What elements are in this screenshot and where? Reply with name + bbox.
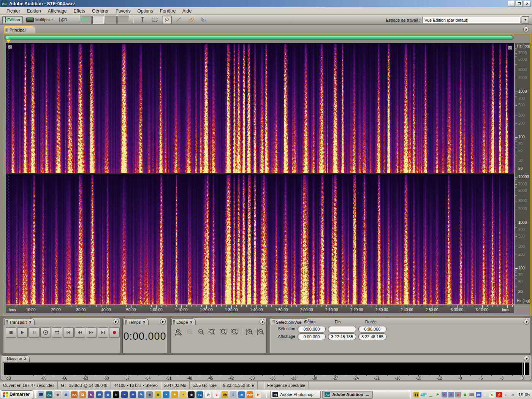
tray-icon-mouse[interactable]: ◗ xyxy=(503,392,509,397)
quicklaunch-icon-player-gray[interactable]: ◉ xyxy=(54,391,61,398)
quicklaunch-icon-onenote[interactable]: N xyxy=(88,391,94,398)
menu-item[interactable]: Edition xyxy=(24,8,44,14)
quicklaunch-icon-sbp[interactable]: S xyxy=(213,391,220,398)
quicklaunch-icon-media-player[interactable]: ▶ xyxy=(255,391,261,398)
task-button-audition[interactable]: Au Adobe Audition -... xyxy=(322,391,373,399)
transport-button-record[interactable] xyxy=(109,327,120,338)
tray-temperature[interactable]: 48° xyxy=(420,393,427,397)
view-button-spectral-pan-view[interactable] xyxy=(105,16,117,24)
quicklaunch-icon-show-desktop[interactable]: ⌨ xyxy=(38,391,44,398)
tray-icon-network-disconnected-1[interactable]: ✕ xyxy=(442,392,447,397)
tool-button-time-selection-tool[interactable] xyxy=(138,16,147,24)
quicklaunch-icon-tc[interactable]: TC xyxy=(196,391,203,398)
menu-item[interactable]: Fichier xyxy=(3,8,24,14)
frequency-ruler[interactable]: 7000500030002000100070050030020010070503… xyxy=(515,43,530,304)
panel-menu-button[interactable] xyxy=(523,27,529,32)
quicklaunch-icon-rx[interactable]: RX xyxy=(71,391,78,398)
view-button-spectral-phase-view[interactable] xyxy=(117,16,129,24)
tray-icon-green-dash[interactable]: ▁ xyxy=(428,392,434,397)
titlebar[interactable]: Au Adobe Audition - STE-004.wav _❐✕ xyxy=(0,0,532,7)
workspace-select[interactable]: Vue Edition (par défaut) xyxy=(422,17,520,23)
quicklaunch-icon-chart[interactable]: ▦ xyxy=(155,391,161,398)
quicklaunch-icon-wand[interactable]: ⌁ xyxy=(121,391,128,398)
selvue-field-affichage-duree[interactable]: 3:22:48.185 xyxy=(358,333,386,340)
menu-item[interactable]: Fenêtre xyxy=(157,8,179,14)
spectrogram-right-channel[interactable] xyxy=(6,174,514,304)
ruler-handle-right-icon[interactable] xyxy=(508,46,512,50)
niveaux-menu-button[interactable] xyxy=(524,356,529,361)
quicklaunch-icon-neat-n[interactable]: N xyxy=(113,391,119,398)
quicklaunch-icon-calculator[interactable]: ▤ xyxy=(63,391,69,398)
transport-button-play-from-cursor[interactable] xyxy=(40,327,51,338)
zoom-button-zoom-out-full[interactable] xyxy=(196,328,206,337)
level-meter[interactable] xyxy=(3,363,529,375)
zoom-button-zoom-out-horizontal[interactable] xyxy=(185,328,195,337)
tray-icon-recycle[interactable]: ♻ xyxy=(462,392,468,397)
transport-button-go-to-start[interactable] xyxy=(63,327,74,338)
task-button-photoshop[interactable]: Ps Adobe Photoshop xyxy=(270,391,321,399)
tray-icon-volume-pause[interactable]: ❚❚ xyxy=(413,392,419,397)
selvue-tab[interactable]: Sélection/Vue x xyxy=(271,318,309,325)
tray-icon-lightning[interactable]: ⚡ xyxy=(496,392,502,397)
tray-icon-flag[interactable]: ⚑ xyxy=(435,392,440,397)
selvue-field-sélection-fin[interactable] xyxy=(328,326,356,332)
mode-button-multipiste[interactable]: Multipiste xyxy=(24,16,55,24)
time-ruler[interactable]: 10:0020:0030:0040:0050:001:00:001:10:001… xyxy=(6,305,514,313)
transport-button-go-to-end[interactable] xyxy=(98,327,108,338)
quicklaunch-icon-comet[interactable]: ✦ xyxy=(171,391,178,398)
transport-button-rewind[interactable] xyxy=(74,327,85,338)
zoom-button-zoom-to-selection-left[interactable] xyxy=(218,328,229,337)
mode-button-edition[interactable]: Edition xyxy=(2,16,23,24)
selvue-field-affichage-fin[interactable]: 3:22:48.185 xyxy=(328,333,356,340)
tray-icon-scanner[interactable]: ⌨ xyxy=(469,392,475,397)
niveaux-close-icon[interactable]: x xyxy=(24,357,27,361)
quicklaunch-icon-audition[interactable]: Au xyxy=(46,391,52,398)
zoom-button-zoom-in-horizontal[interactable] xyxy=(174,328,184,337)
tray-icon-cursor[interactable]: ➤ xyxy=(483,392,488,397)
quicklaunch-icon-sphere[interactable]: ● xyxy=(180,391,186,398)
workspace-dropdown-arrow-icon[interactable]: ▼ xyxy=(522,16,529,24)
tray-icon-monitor[interactable]: ▭ xyxy=(476,392,481,397)
tool-button-marquee-selection-tool[interactable] xyxy=(150,16,160,24)
zoom-button-zoom-to-selection-right[interactable] xyxy=(230,328,240,337)
quicklaunch-icon-camera-app[interactable]: ◙ xyxy=(146,391,153,398)
start-button[interactable]: Démarrer xyxy=(1,390,33,399)
zoom-button-zoom-to-selection[interactable] xyxy=(207,328,218,337)
temps-menu-button[interactable] xyxy=(160,319,166,325)
tray-icon-blocked[interactable]: ⊘ xyxy=(455,392,461,397)
selvue-field-sélection-debut[interactable]: 0:00.000 xyxy=(298,326,326,332)
quicklaunch-icon-clock-dial[interactable]: ◷ xyxy=(205,391,211,398)
loupe-menu-button[interactable] xyxy=(260,319,265,325)
mode-button-cd[interactable]: CD xyxy=(56,16,70,24)
playhead-line[interactable] xyxy=(8,43,8,304)
menu-item[interactable]: Aide xyxy=(179,8,195,14)
zoom-button-zoom-out-vertical[interactable] xyxy=(256,328,266,337)
quicklaunch-icon-wave-blue[interactable]: ≋ xyxy=(238,391,245,398)
tool-button-spot-healing-brush-tool[interactable] xyxy=(186,16,196,24)
tool-button-scrub-tool[interactable] xyxy=(198,16,208,24)
transport-menu-button[interactable] xyxy=(113,319,119,325)
navigation-scrollbar-thumb[interactable] xyxy=(5,36,513,40)
zoom-button-zoom-in-vertical[interactable] xyxy=(245,328,255,337)
menu-item[interactable]: Générer xyxy=(89,8,112,14)
loupe-close-icon[interactable]: x xyxy=(190,320,193,324)
tray-clock[interactable]: 19:05 xyxy=(518,392,530,397)
menu-item[interactable]: Options xyxy=(134,8,156,14)
transport-button-pause[interactable] xyxy=(28,327,39,338)
window-control-close[interactable]: ✕ xyxy=(524,1,531,7)
menu-item[interactable]: Effets xyxy=(70,8,89,14)
tool-button-effects-paintbrush-tool[interactable] xyxy=(174,16,184,24)
window-control-restore[interactable]: ❐ xyxy=(516,1,523,7)
quicklaunch-icon-ue[interactable]: UE xyxy=(222,391,228,398)
quicklaunch-icon-pencil-box[interactable]: ✎ xyxy=(138,391,144,398)
transport-button-fast-forward[interactable] xyxy=(86,327,97,338)
spectrogram-left-channel[interactable] xyxy=(6,43,514,173)
ruler-handle-left-icon[interactable] xyxy=(8,45,12,49)
quicklaunch-icon-usb[interactable]: ▯ xyxy=(230,391,236,398)
quicklaunch-icon-pdf-eye[interactable]: PDF xyxy=(247,391,253,398)
selvue-menu-button[interactable] xyxy=(524,319,529,325)
selvue-field-affichage-debut[interactable]: 0:00.000 xyxy=(298,333,326,340)
transport-tab[interactable]: Transport x xyxy=(4,318,35,325)
temps-tab[interactable]: Temps x xyxy=(124,318,149,325)
menu-item[interactable]: Affichage xyxy=(44,8,70,14)
